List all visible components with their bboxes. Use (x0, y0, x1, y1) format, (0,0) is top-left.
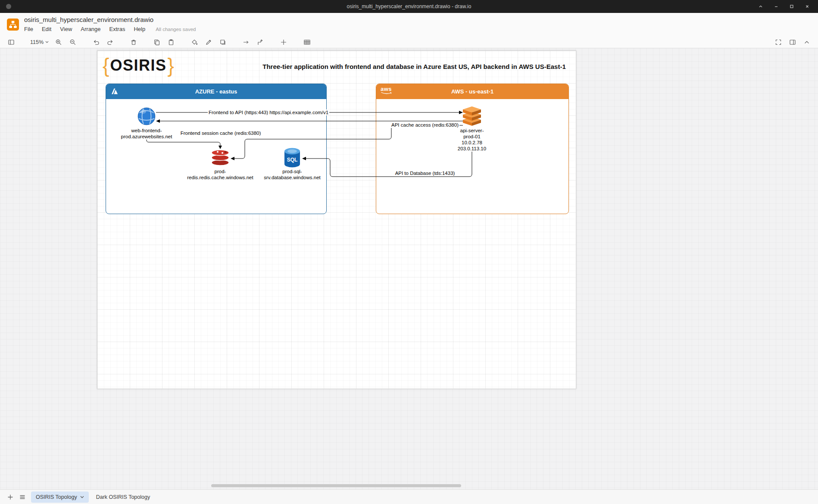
svg-text:SQL: SQL (287, 157, 298, 163)
tab-label: OSIRIS Topology (36, 494, 77, 500)
rollup-button[interactable] (755, 1, 766, 12)
zoom-dropdown[interactable]: 115% (30, 39, 49, 45)
ec2-instance-icon (463, 106, 481, 126)
edge-label-frontend-to-api[interactable]: Frontend to API (https:443) https://api.… (208, 109, 329, 115)
plus-icon (7, 494, 13, 500)
diagram-title[interactable]: Three-tier application with frontend and… (262, 63, 565, 70)
toggle-shapes-panel-button[interactable] (7, 37, 16, 47)
sidebar-icon (8, 39, 15, 46)
menu-arrange[interactable]: Arrange (81, 26, 100, 32)
copy-icon (153, 39, 160, 46)
osiris-logo-text: OSIRIS (109, 56, 167, 75)
azure-container-header[interactable]: AZURE - eastus (106, 84, 326, 99)
sql-database-icon: SQL (283, 147, 301, 168)
menu-extras[interactable]: Extras (109, 26, 125, 32)
api-server-label[interactable]: api-server- prod-01 10.0.2.78 203.0.113.… (458, 128, 486, 152)
pages-menu-button[interactable] (16, 492, 28, 503)
osiris-brace-open: { (103, 56, 109, 75)
sql-node[interactable]: SQL (283, 147, 301, 170)
chevron-up-icon (758, 4, 763, 9)
page-tabs-bar: OSIRIS Topology Dark OSIRIS Topology (0, 489, 818, 504)
web-frontend-label[interactable]: web-frontend- prod.azurewebsites.net (121, 128, 172, 140)
paste-button[interactable] (167, 37, 175, 47)
redis-icon (211, 149, 230, 166)
close-button[interactable] (802, 1, 813, 12)
fill-color-icon (191, 39, 198, 46)
close-icon (805, 4, 810, 9)
fill-color-button[interactable] (190, 37, 199, 47)
canvas[interactable]: { OSIRIS } Three-tier application with f… (0, 48, 818, 489)
tab-osiris-topology[interactable]: OSIRIS Topology (31, 492, 89, 503)
edge-label-frontend-session-cache[interactable]: Frontend session cache (redis:6380) (180, 130, 262, 136)
table-icon (303, 39, 311, 46)
trash-icon (130, 39, 137, 46)
add-page-button[interactable] (4, 492, 16, 503)
document-title: osiris_multi_hyperscaler_environment.dra… (24, 16, 196, 23)
hamburger-icon (19, 494, 25, 500)
app-header: osiris_multi_hyperscaler_environment.dra… (0, 13, 818, 36)
copy-button[interactable] (153, 37, 161, 47)
edit-style-button[interactable] (204, 37, 213, 47)
azure-logo-icon (110, 87, 119, 96)
clipboard-icon (168, 39, 175, 46)
web-frontend-node[interactable] (137, 107, 156, 128)
api-server-node[interactable] (463, 106, 481, 128)
elbow-connector-icon (257, 39, 264, 46)
undo-icon (93, 39, 100, 46)
horizontal-scrollbar[interactable] (211, 484, 461, 487)
arrow-right-icon (243, 39, 250, 46)
menu-edit[interactable]: Edit (42, 26, 51, 32)
zoom-out-button[interactable] (69, 37, 77, 47)
chevron-up-icon (803, 39, 810, 46)
save-status: All changes saved (156, 27, 196, 32)
shadow-icon (219, 39, 226, 46)
menu-help[interactable]: Help (134, 26, 145, 32)
aws-container-label: AWS - us-east-1 (451, 88, 493, 95)
undo-button[interactable] (92, 37, 100, 47)
table-button[interactable] (303, 37, 311, 47)
aws-logo-icon: aws (381, 86, 392, 95)
redo-icon (107, 39, 114, 46)
sql-label[interactable]: prod-sql- srv.database.windows.net (264, 168, 320, 180)
minimize-button[interactable] (771, 1, 782, 12)
connection-button[interactable] (242, 37, 250, 47)
toolbar: 115% (0, 36, 818, 48)
edge-label-api-to-database[interactable]: API to Database (tds:1433) (394, 170, 456, 176)
redis-node[interactable] (211, 149, 230, 168)
fullscreen-button[interactable] (774, 37, 783, 47)
menubar: File Edit View Arrange Extras Help All c… (24, 26, 196, 32)
maximize-button[interactable] (786, 1, 797, 12)
osiris-brace-close: } (167, 56, 174, 75)
insert-button[interactable] (279, 37, 288, 47)
menu-view[interactable]: View (60, 26, 72, 32)
zoom-in-button[interactable] (54, 37, 63, 47)
tab-dark-osiris-topology[interactable]: Dark OSIRIS Topology (91, 492, 155, 503)
zoom-level: 115% (30, 39, 44, 45)
azure-container-label: AZURE - eastus (195, 88, 237, 95)
minimize-icon (774, 4, 779, 9)
aws-container-header[interactable]: aws AWS - us-east-1 (376, 84, 568, 99)
format-panel-icon (789, 39, 796, 46)
chevron-down-icon (80, 496, 84, 498)
plus-icon (280, 39, 287, 46)
maximize-icon (789, 4, 794, 9)
fullscreen-icon (775, 39, 782, 46)
redo-button[interactable] (106, 37, 115, 47)
chevron-down-icon (45, 41, 49, 43)
drawio-logo-icon (7, 19, 19, 31)
format-panel-button[interactable] (788, 37, 797, 47)
titlebar: osiris_multi_hyperscaler_environment.dra… (0, 0, 818, 13)
app-icon (6, 4, 11, 9)
shadow-button[interactable] (219, 37, 227, 47)
edge-label-api-cache-access[interactable]: API cache access (redis:6380) (390, 122, 459, 128)
menu-file[interactable]: File (24, 26, 33, 32)
osiris-logo[interactable]: { OSIRIS } (103, 56, 174, 75)
pencil-icon (205, 39, 212, 46)
collapse-toolbar-button[interactable] (802, 37, 811, 47)
waypoints-button[interactable] (256, 37, 265, 47)
delete-button[interactable] (129, 37, 138, 47)
window-controls (755, 1, 818, 12)
window-title: osiris_multi_hyperscaler_environment.dra… (0, 3, 818, 9)
redis-label[interactable]: prod- redis.redis.cache.windows.net (187, 168, 253, 180)
zoom-out-icon (69, 39, 76, 46)
